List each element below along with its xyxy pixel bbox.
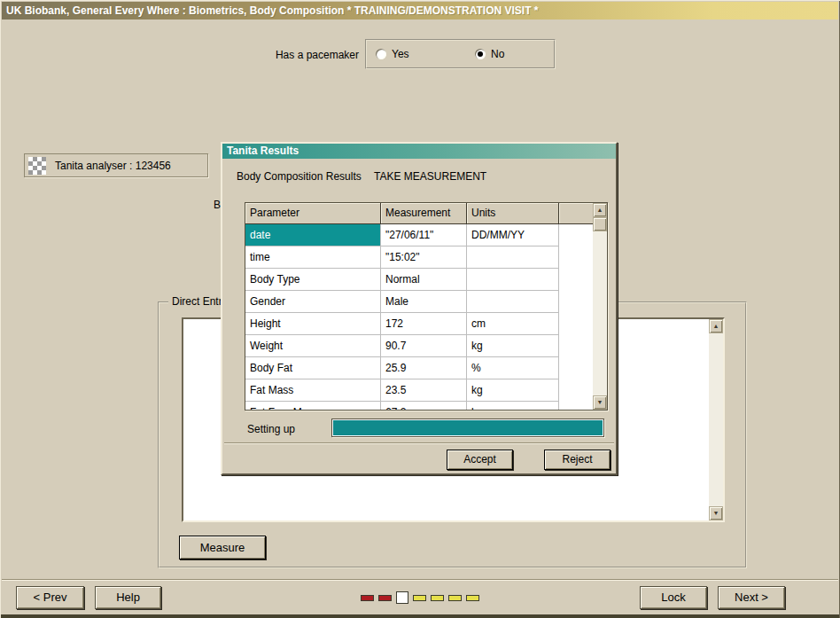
cell-measurement[interactable]: "15:02" <box>381 246 467 269</box>
cell-measurement[interactable]: 90.7 <box>381 335 467 357</box>
results-table: Parameter Measurement Units date "27/06/… <box>245 202 608 411</box>
prev-button[interactable]: < Prev <box>16 586 84 609</box>
lock-button[interactable]: Lock <box>640 586 707 609</box>
help-button[interactable]: Help <box>95 586 161 609</box>
cell-measurement[interactable]: 23.5 <box>381 379 467 402</box>
textarea-scrollbar[interactable]: ▲ ▼ <box>709 319 723 520</box>
scroll-down-icon[interactable]: ▼ <box>593 395 607 410</box>
header-parameter: Parameter <box>245 203 381 224</box>
window-title-bar[interactable]: UK Biobank, General Every Where : Biomet… <box>2 2 838 20</box>
scroll-up-icon[interactable]: ▲ <box>593 203 607 217</box>
step-indicator-todo <box>413 595 426 601</box>
dialog-title: Tanita Results <box>227 145 299 157</box>
cell-units[interactable]: % <box>467 357 559 379</box>
cell-parameter[interactable]: date <box>245 224 381 246</box>
dialog-title-bar[interactable]: Tanita Results <box>222 144 616 159</box>
cell-units[interactable]: cm <box>467 313 559 335</box>
cell-parameter[interactable]: Body Type <box>245 269 381 291</box>
step-indicator-todo <box>448 595 462 601</box>
pacemaker-radio-group: Yes No <box>365 39 556 69</box>
cell-parameter[interactable]: Gender <box>245 291 381 313</box>
step-indicator-todo <box>431 595 444 601</box>
cell-parameter[interactable]: Body Fat <box>245 357 381 379</box>
cell-measurement[interactable]: "27/06/11" <box>381 224 467 246</box>
pacemaker-no-option[interactable]: No <box>475 48 504 60</box>
cell-parameter[interactable]: Fat Free Mass <box>245 402 381 411</box>
scroll-up-icon[interactable]: ▲ <box>709 319 723 333</box>
cell-measurement[interactable]: Male <box>381 291 467 313</box>
pacemaker-no-label: No <box>491 48 504 60</box>
cell-units[interactable]: kg <box>467 335 559 357</box>
table-row[interactable]: time "15:02" <box>245 246 593 269</box>
reject-button[interactable]: Reject <box>544 450 611 470</box>
cell-measurement[interactable]: 67.2 <box>381 402 467 411</box>
table-scrollbar[interactable]: ▲ ▼ <box>593 203 607 410</box>
tanita-results-dialog: Tanita Results Body Composition Results … <box>221 142 618 475</box>
progress-steps <box>361 591 479 604</box>
results-table-body: Parameter Measurement Units date "27/06/… <box>245 203 593 410</box>
header-filler <box>559 203 593 224</box>
window-title: UK Biobank, General Every Where : Biomet… <box>6 4 539 17</box>
tanita-analyser-text: Tanita analyser : 123456 <box>55 160 171 172</box>
table-row[interactable]: Fat Free Mass 67.2 kg <box>245 402 593 411</box>
progress-bar-fill <box>333 420 603 435</box>
cell-parameter[interactable]: Fat Mass <box>245 379 381 402</box>
radio-yes-icon[interactable] <box>376 49 386 59</box>
table-row[interactable]: Body Fat 25.9 % <box>245 357 593 379</box>
occluded-text-fragment: B <box>214 199 221 211</box>
cell-units[interactable]: DD/MM/YY <box>467 224 559 246</box>
table-row[interactable]: Body Type Normal <box>245 269 593 291</box>
progress-label: Setting up <box>247 423 295 435</box>
table-row[interactable]: Fat Mass 23.5 kg <box>245 379 593 402</box>
table-row[interactable]: Weight 90.7 kg <box>245 335 593 357</box>
cell-measurement[interactable]: 25.9 <box>381 357 467 379</box>
radio-no-icon[interactable] <box>475 49 486 59</box>
pacemaker-yes-label: Yes <box>392 48 409 60</box>
status-display: TAKE MEASUREMENT <box>374 170 486 183</box>
table-row[interactable]: Gender Male <box>245 291 593 313</box>
step-indicator-done <box>361 595 374 601</box>
cell-units[interactable] <box>467 291 559 313</box>
step-indicator-done <box>378 595 392 601</box>
tanita-analyser-field[interactable]: Tanita analyser : 123456 <box>24 153 208 177</box>
scroll-down-icon[interactable]: ▼ <box>709 506 723 520</box>
progress-bar <box>331 419 604 437</box>
cell-units[interactable]: kg <box>467 379 559 402</box>
cell-parameter[interactable]: Height <box>245 313 381 335</box>
table-header-row: Parameter Measurement Units <box>245 203 593 224</box>
measure-button[interactable]: Measure <box>179 536 266 559</box>
pacemaker-yes-option[interactable]: Yes <box>376 48 409 60</box>
step-indicator-current <box>396 591 408 604</box>
step-indicator-todo <box>466 595 479 601</box>
section-label: Body Composition Results <box>237 170 362 183</box>
dialog-button-bar: Accept Reject <box>224 442 614 473</box>
footer-separator <box>2 579 838 581</box>
next-button[interactable]: Next > <box>718 586 785 609</box>
cell-parameter[interactable]: time <box>245 246 381 269</box>
header-measurement: Measurement <box>381 203 467 224</box>
cell-measurement[interactable]: 172 <box>381 313 467 335</box>
pacemaker-label: Has a pacemaker <box>177 49 359 61</box>
accept-button[interactable]: Accept <box>447 450 513 470</box>
table-row[interactable]: date "27/06/11" DD/MM/YY <box>245 224 593 246</box>
cell-units[interactable]: kg <box>467 402 559 411</box>
header-units: Units <box>467 203 559 224</box>
cell-units[interactable] <box>467 269 559 291</box>
cell-parameter[interactable]: Weight <box>245 335 381 357</box>
table-row[interactable]: Height 172 cm <box>245 313 593 335</box>
scrollbar-thumb[interactable] <box>593 217 607 231</box>
cell-units[interactable] <box>467 246 559 269</box>
cell-measurement[interactable]: Normal <box>381 269 467 291</box>
checkerboard-icon <box>28 157 46 175</box>
